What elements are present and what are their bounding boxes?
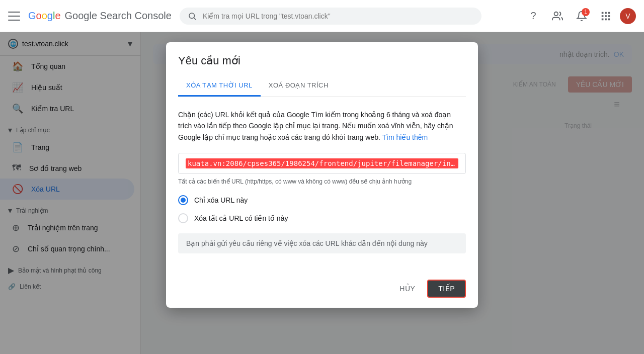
radio-circle-all-prefix: [178, 213, 188, 223]
note-box: Bạn phải gửi yêu cầu riêng về việc xóa c…: [178, 233, 466, 253]
logo[interactable]: Google Google Search Console: [28, 10, 172, 22]
modal-tabs: XÓA TẠM THỜI URL XOÁ ĐOẠN TRÍCH: [178, 75, 466, 97]
svg-rect-9: [602, 18, 604, 20]
google-logo-text: Google: [28, 10, 61, 22]
url-input-container[interactable]: kuata.vn:2086/cpses365/1986254/frontend/…: [178, 153, 466, 174]
svg-rect-8: [608, 15, 610, 17]
modal-overlay: Yêu cầu mới XÓA TẠM THỜI URL XOÁ ĐOẠN TR…: [0, 32, 644, 354]
svg-rect-6: [602, 15, 604, 17]
help-button[interactable]: ?: [523, 6, 543, 26]
svg-line-1: [194, 18, 196, 20]
help-icon: ?: [530, 10, 536, 22]
modal-description: Chặn (các) URL khỏi kết quả của Google T…: [178, 109, 466, 143]
radio-label-all-prefix: Xóa tất cả URL có tiền tố này: [194, 214, 288, 222]
svg-rect-5: [608, 12, 610, 14]
url-input-field[interactable]: kuata.vn:2086/cpses365/1986254/frontend/…: [186, 158, 458, 168]
menu-icon[interactable]: [8, 10, 20, 22]
next-button[interactable]: TIẾP: [427, 280, 466, 298]
learn-more-link[interactable]: Tìm hiểu thêm: [382, 133, 428, 141]
svg-point-0: [189, 13, 195, 19]
svg-rect-3: [602, 12, 604, 14]
notifications-button[interactable]: 1: [572, 6, 592, 26]
tab-remove-excerpt[interactable]: XOÁ ĐOẠN TRÍCH: [261, 75, 337, 97]
svg-rect-10: [605, 18, 607, 20]
new-request-modal: Yêu cầu mới XÓA TẠM THỜI URL XOÁ ĐOẠN TR…: [166, 42, 478, 308]
apps-button[interactable]: [596, 6, 616, 26]
svg-rect-7: [605, 15, 607, 17]
search-icon: [188, 12, 197, 21]
radio-group: Chỉ xóa URL này Xóa tất cả URL có tiền t…: [178, 195, 466, 223]
account-icon: [552, 11, 563, 22]
tab-remove-url[interactable]: XÓA TẠM THỜI URL: [178, 75, 261, 97]
svg-rect-11: [608, 18, 610, 20]
header: Google Google Search Console ? 1: [0, 0, 644, 32]
modal-footer: HỦY TIẾP: [166, 274, 478, 308]
search-bar[interactable]: [180, 8, 481, 25]
apps-icon: [600, 11, 611, 22]
cancel-button[interactable]: HỦY: [391, 281, 423, 297]
product-name: Google Search Console: [65, 10, 172, 22]
svg-rect-4: [605, 12, 607, 14]
avatar[interactable]: V: [620, 8, 636, 24]
account-button[interactable]: [547, 6, 568, 26]
notification-badge: 1: [582, 8, 590, 16]
modal-body: Chặn (các) URL khỏi kết quả của Google T…: [166, 97, 478, 274]
header-actions: ? 1 V: [523, 6, 636, 26]
radio-circle-this-url: [178, 195, 188, 205]
search-input[interactable]: [203, 12, 473, 20]
radio-label-this-url: Chỉ xóa URL này: [194, 196, 248, 204]
svg-point-2: [554, 12, 558, 15]
modal-title: Yêu cầu mới: [178, 54, 466, 67]
radio-this-url[interactable]: Chỉ xóa URL này: [178, 195, 466, 205]
url-hint: Tất cả các biến thể URL (http/https, có …: [178, 178, 466, 185]
modal-header: Yêu cầu mới XÓA TẠM THỜI URL XOÁ ĐOẠN TR…: [166, 42, 478, 97]
radio-all-prefix[interactable]: Xóa tất cả URL có tiền tố này: [178, 213, 466, 223]
